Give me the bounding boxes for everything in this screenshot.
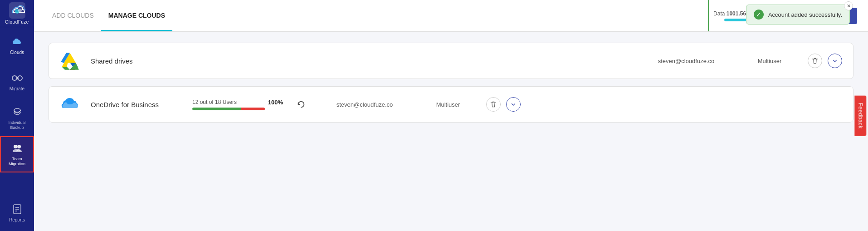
backup-icon <box>11 106 24 118</box>
main-content: ADD CLOUDS MANAGE CLOUDS Data 1001.56 GB… <box>34 0 868 231</box>
onedrive-expand-button[interactable] <box>506 97 521 112</box>
svg-point-6 <box>14 145 17 148</box>
migrate-icon <box>11 72 24 84</box>
shared-drives-actions <box>808 54 842 68</box>
close-notification-button[interactable]: ✕ <box>844 1 853 10</box>
onedrive-refresh-button[interactable] <box>294 97 308 112</box>
sidebar-item-reports[interactable]: Reports <box>0 195 34 231</box>
sidebar: CloudFuze Clouds Migrate <box>0 0 34 231</box>
svg-marker-16 <box>62 67 70 70</box>
shared-drives-type: Multiuser <box>742 58 797 64</box>
header: ADD CLOUDS MANAGE CLOUDS Data 1001.56 GB… <box>34 0 868 32</box>
cloud-card-shared-drives: Shared drives steven@cloudfuze.co Multiu… <box>49 43 853 79</box>
clouds-icon <box>11 35 24 48</box>
sidebar-item-migrate[interactable]: Migrate <box>0 64 34 100</box>
tab-manage-clouds[interactable]: MANAGE CLOUDS <box>101 1 172 31</box>
onedrive-email: steven@cloudfuze.co <box>319 101 410 108</box>
team-migration-icon <box>11 142 24 155</box>
app-name: CloudFuze <box>5 20 29 25</box>
sidebar-item-team-migration[interactable]: TeamMigration <box>0 136 34 172</box>
onedrive-type: Multiuser <box>421 101 475 108</box>
onedrive-progress-section: 12 out of 18 Users 100% <box>192 99 283 110</box>
svg-point-5 <box>14 108 20 112</box>
sidebar-backup-label: IndividualBackup <box>8 120 25 130</box>
header-accent-line <box>708 0 709 31</box>
sidebar-clouds-label: Clouds <box>10 50 24 55</box>
app-logo[interactable]: CloudFuze <box>0 0 34 27</box>
onedrive-progress-green <box>192 108 241 110</box>
onedrive-logo <box>60 94 80 114</box>
svg-point-7 <box>17 145 21 148</box>
onedrive-progress-label: 12 out of 18 Users <box>192 99 237 105</box>
shared-drives-email: steven@cloudfuze.co <box>641 58 731 64</box>
google-drive-logo <box>60 51 80 71</box>
feedback-tab[interactable]: Feedback <box>855 95 867 136</box>
onedrive-actions <box>486 97 521 112</box>
onedrive-delete-button[interactable] <box>486 97 501 112</box>
success-notification: ✓ Account added successfully. ✕ <box>746 5 850 25</box>
onedrive-progress-pct: 100% <box>268 99 283 106</box>
shared-drives-delete-button[interactable] <box>808 54 822 68</box>
tab-add-clouds[interactable]: ADD CLOUDS <box>45 1 101 31</box>
sidebar-reports-label: Reports <box>9 217 25 223</box>
content-area: Shared drives steven@cloudfuze.co Multiu… <box>34 32 868 231</box>
sidebar-migrate-label: Migrate <box>10 86 24 92</box>
onedrive-name: OneDrive for Business <box>91 101 181 108</box>
logo-icon <box>9 2 25 19</box>
onedrive-progress-red <box>241 108 265 110</box>
notification-message: Account added successfully. <box>768 11 842 18</box>
shared-drives-name: Shared drives <box>91 57 181 65</box>
svg-point-3 <box>12 76 17 80</box>
sidebar-item-clouds[interactable]: Clouds <box>0 27 34 64</box>
svg-point-2 <box>18 9 22 12</box>
success-icon: ✓ <box>754 10 764 20</box>
shared-drives-expand-button[interactable] <box>828 54 842 68</box>
cloud-card-onedrive: OneDrive for Business 12 out of 18 Users… <box>49 86 853 123</box>
reports-icon <box>11 203 24 216</box>
sidebar-item-individual-backup[interactable]: IndividualBackup <box>0 100 34 136</box>
onedrive-progress-bar <box>192 108 265 110</box>
sidebar-team-migration-label: TeamMigration <box>9 157 25 167</box>
